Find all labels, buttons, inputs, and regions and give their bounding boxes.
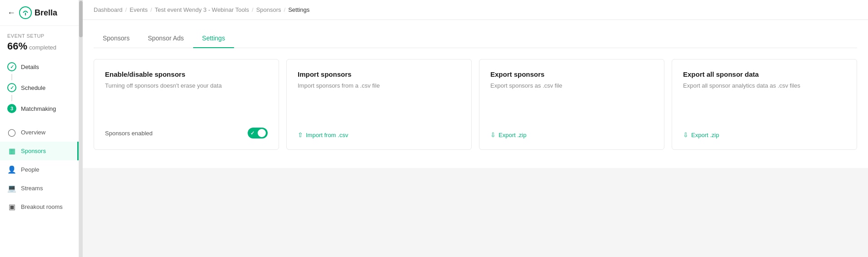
step-details-label: Details [21, 64, 39, 70]
step-matchmaking[interactable]: 3 Matchmaking [7, 101, 71, 116]
breadcrumb-sep-4: / [284, 6, 286, 13]
breadcrumb-sponsors[interactable]: Sponsors [256, 6, 281, 13]
tab-sponsor-ads[interactable]: Sponsor Ads [139, 29, 193, 48]
breadcrumb-events[interactable]: Events [130, 6, 148, 13]
sidebar-item-sponsors-label: Sponsors [21, 148, 46, 154]
export-zip-button[interactable]: ⇩ Export .zip [490, 131, 653, 138]
card-enable-disable-desc: Turning off sponsors doesn't erase your … [105, 82, 268, 90]
tab-settings[interactable]: Settings [193, 29, 234, 48]
sidebar-item-overview-label: Overview [21, 129, 45, 136]
progress-suffix: completed [29, 44, 56, 51]
breadcrumb-sep-1: / [125, 6, 127, 13]
breadcrumb-sep-3: / [252, 6, 254, 13]
toggle-checkmark: ✓ [250, 130, 254, 136]
card-enable-disable: Enable/disable sponsors Turning off spon… [94, 59, 279, 150]
sidebar-item-breakout-rooms[interactable]: ▣ Breakout rooms [0, 198, 79, 216]
card-export-action: ⇩ Export .zip [490, 124, 653, 138]
step-num-icon: 3 [7, 104, 16, 113]
tabs-bar: Sponsors Sponsor Ads Settings [94, 29, 857, 48]
breadcrumb-current: Settings [288, 6, 309, 13]
streams-icon: 💻 [7, 184, 16, 193]
toggle-label: Sponsors enabled [105, 130, 153, 137]
step-connector-2 [11, 95, 12, 101]
export-zip-label: Export .zip [499, 132, 526, 138]
toggle-row: Sponsors enabled ✓ [105, 128, 268, 138]
sidebar-item-streams[interactable]: 💻 Streams [0, 179, 79, 198]
brella-logo: Brella [19, 6, 57, 19]
sponsors-icon: ▦ [7, 147, 16, 155]
content-inner: Sponsors Sponsor Ads Settings Enable/dis… [83, 20, 868, 168]
card-export-all: Export all sponsor data Export all spons… [672, 59, 857, 150]
export-all-zip-button[interactable]: ⇩ Export .zip [683, 131, 846, 138]
progress-percent: 66% [7, 40, 27, 52]
export-all-zip-label: Export .zip [691, 132, 719, 138]
step-check-icon-2 [7, 83, 16, 92]
upload-icon: ⇧ [298, 131, 303, 138]
card-export-all-action: ⇩ Export .zip [683, 124, 846, 138]
card-import-desc: Import sponsors from a .csv file [298, 82, 460, 90]
event-setup-label: Event Setup [7, 33, 71, 39]
sidebar-nav: ◯ Overview ▦ Sponsors 👤 People 💻 Streams… [0, 119, 79, 257]
card-export-all-title: Export all sponsor data [683, 70, 846, 78]
sidebar: ← Brella Event Setup 66% completed Detai… [0, 0, 79, 257]
breakout-rooms-icon: ▣ [7, 203, 16, 211]
main-content: Dashboard / Events / Test event Wendy 3 … [83, 0, 868, 257]
card-import-title: Import sponsors [298, 70, 460, 78]
sidebar-item-streams-label: Streams [21, 185, 43, 192]
import-csv-label: Import from .csv [306, 132, 348, 138]
card-import-sponsors: Import sponsors Import sponsors from a .… [286, 59, 472, 150]
sidebar-item-overview[interactable]: ◯ Overview [0, 123, 79, 142]
breadcrumb: Dashboard / Events / Test event Wendy 3 … [83, 0, 868, 20]
brella-icon [19, 6, 32, 19]
card-import-action: ⇧ Import from .csv [298, 124, 460, 138]
tab-sponsors[interactable]: Sponsors [94, 29, 139, 48]
step-matchmaking-label: Matchmaking [21, 105, 56, 112]
sidebar-scrollbar[interactable] [79, 0, 83, 257]
sidebar-item-breakout-rooms-label: Breakout rooms [21, 203, 63, 210]
card-export-title: Export sponsors [490, 70, 653, 78]
step-check-icon [7, 62, 16, 71]
download-all-icon: ⇩ [683, 131, 688, 138]
card-enable-disable-title: Enable/disable sponsors [105, 70, 268, 78]
people-icon: 👤 [7, 165, 16, 174]
sidebar-item-people-label: People [21, 166, 39, 173]
step-schedule-label: Schedule [21, 84, 45, 91]
setup-steps: Details Schedule 3 Matchmaking [0, 56, 79, 119]
back-button[interactable]: ← [7, 8, 15, 18]
sidebar-scrollbar-thumb[interactable] [79, 1, 83, 37]
step-connector-1 [11, 74, 12, 80]
event-progress: 66% completed [7, 40, 71, 52]
breadcrumb-sep-2: / [150, 6, 152, 13]
sidebar-item-sponsors[interactable]: ▦ Sponsors [0, 142, 79, 160]
settings-cards-grid: Enable/disable sponsors Turning off spon… [94, 59, 857, 150]
step-details[interactable]: Details [7, 59, 71, 74]
card-export-all-desc: Export all sponsor analytics data as .cs… [683, 82, 846, 90]
overview-icon: ◯ [7, 128, 16, 137]
toggle-slider: ✓ [248, 128, 268, 138]
import-csv-button[interactable]: ⇧ Import from .csv [298, 131, 460, 138]
breadcrumb-event-name[interactable]: Test event Wendy 3 - Webinar Tools [155, 6, 249, 13]
brella-wordmark: Brella [35, 8, 57, 18]
event-setup-section: Event Setup 66% completed [0, 26, 79, 56]
breadcrumb-dashboard[interactable]: Dashboard [94, 6, 123, 13]
sidebar-header: ← Brella [0, 0, 79, 26]
card-export-desc: Export sponsors as .csv file [490, 82, 653, 90]
download-icon: ⇩ [490, 131, 496, 138]
sponsors-enabled-toggle[interactable]: ✓ [248, 128, 268, 138]
card-export-sponsors: Export sponsors Export sponsors as .csv … [479, 59, 664, 150]
card-enable-disable-action: Sponsors enabled ✓ [105, 120, 268, 138]
step-schedule[interactable]: Schedule [7, 80, 71, 95]
sidebar-item-people[interactable]: 👤 People [0, 160, 79, 179]
page-content: Sponsors Sponsor Ads Settings Enable/dis… [83, 20, 868, 257]
